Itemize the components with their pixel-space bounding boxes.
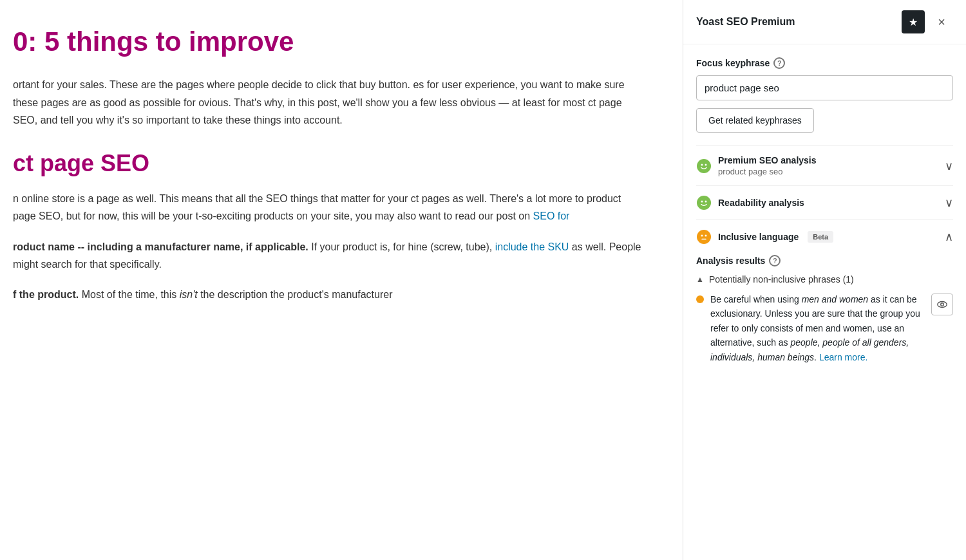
svg-point-6 — [697, 230, 711, 244]
readability-smiley-icon — [696, 195, 712, 210]
paragraph-4: f the product. Most of the time, this is… — [13, 286, 644, 303]
warning-text: Be careful when using men and women as i… — [710, 292, 925, 364]
premium-seo-section: Premium SEO analysis product page seo ∨ — [696, 145, 953, 185]
green-smiley-icon — [696, 158, 712, 174]
paragraph-2: n online store is a page as well. This m… — [13, 190, 644, 225]
inclusive-header-left: Inclusive language Beta — [696, 229, 833, 245]
eye-button[interactable] — [931, 294, 953, 315]
warning-text-before: Be careful when using — [710, 294, 802, 304]
premium-seo-header-left: Premium SEO analysis product page seo — [696, 155, 817, 176]
warning-italic-1: men and women — [802, 294, 869, 304]
warning-text-end: . — [814, 352, 817, 362]
readability-header-left: Readability analysis — [696, 195, 804, 210]
analysis-results-text: Analysis results — [696, 256, 765, 266]
inclusive-language-chevron: ∧ — [945, 230, 953, 244]
readability-smiley — [696, 195, 712, 210]
svg-point-3 — [697, 196, 711, 210]
analysis-results-help-icon[interactable]: ? — [769, 255, 781, 266]
sidebar-title: Yoast SEO Premium — [696, 16, 795, 28]
star-button[interactable]: ★ — [902, 10, 925, 33]
svg-point-4 — [701, 201, 703, 203]
focus-keyphrase-section: Focus keyphrase ? Get related keyphrases — [696, 57, 953, 133]
premium-seo-subtitle: product page seo — [718, 167, 817, 176]
svg-point-5 — [705, 201, 707, 203]
non-inclusive-chevron: ▲ — [696, 275, 704, 284]
svg-point-9 — [938, 302, 947, 308]
paragraph-4-start: f the product. — [13, 289, 79, 300]
orange-smiley-icon — [696, 229, 712, 245]
svg-point-2 — [705, 163, 707, 165]
focus-keyphrase-help-icon[interactable]: ? — [773, 57, 785, 69]
svg-point-0 — [697, 159, 711, 173]
get-related-keyphrases-button[interactable]: Get related keyphrases — [696, 108, 814, 133]
non-inclusive-label: Potentially non-inclusive phrases (1) — [709, 274, 854, 285]
inclusive-smiley — [696, 229, 712, 245]
svg-point-7 — [701, 235, 703, 237]
orange-dot-icon — [696, 295, 704, 303]
warning-item: Be careful when using men and women as i… — [696, 292, 953, 364]
readability-chevron: ∨ — [945, 196, 953, 210]
content-area: 0: 5 things to improve ortant for your s… — [0, 0, 683, 560]
readability-header[interactable]: Readability analysis ∨ — [696, 195, 953, 210]
inclusive-language-header[interactable]: Inclusive language Beta ∧ — [696, 229, 953, 245]
beta-badge: Beta — [808, 231, 833, 243]
paragraph-3-rest: If your product is, for hine (screw, tub… — [311, 241, 492, 252]
eye-icon — [936, 299, 948, 310]
focus-keyphrase-text: Focus keyphrase — [696, 58, 770, 68]
sub-heading: ct page SEO — [13, 149, 644, 177]
seo-for-link[interactable]: SEO for — [533, 210, 570, 221]
sidebar-header: Yoast SEO Premium ★ × — [683, 0, 966, 44]
analysis-results-label: Analysis results ? — [696, 255, 953, 266]
inclusive-language-section: Inclusive language Beta ∧ Analysis resul… — [696, 219, 953, 381]
close-button[interactable]: × — [930, 10, 953, 33]
paragraph-4-end: the description the product's manufactur… — [200, 289, 392, 300]
main-heading: 0: 5 things to improve — [13, 26, 644, 58]
star-icon: ★ — [909, 16, 918, 28]
premium-seo-title: Premium SEO analysis — [718, 155, 817, 165]
premium-seo-smiley — [696, 158, 712, 174]
premium-seo-title-group: Premium SEO analysis product page seo — [718, 155, 817, 176]
paragraph-3: roduct name -- including a manufacturer … — [13, 238, 644, 273]
inclusive-language-title: Inclusive language — [718, 232, 799, 242]
focus-keyphrase-label: Focus keyphrase ? — [696, 57, 953, 69]
include-sku-link[interactable]: include the SKU — [495, 241, 569, 252]
paragraph-3-bold: roduct name -- including a manufacturer … — [13, 241, 308, 252]
paragraph-4-rest: Most of the time, this — [82, 289, 177, 300]
premium-seo-chevron: ∨ — [945, 159, 953, 173]
premium-seo-header[interactable]: Premium SEO analysis product page seo ∨ — [696, 155, 953, 176]
paragraph-2-text: n online store is a page as well. This m… — [13, 193, 621, 221]
readability-section: Readability analysis ∨ — [696, 185, 953, 219]
non-inclusive-group: ▲ Potentially non-inclusive phrases (1) … — [696, 274, 953, 364]
readability-title: Readability analysis — [718, 198, 804, 208]
sidebar-header-icons: ★ × — [902, 10, 953, 33]
keyphrase-input[interactable] — [696, 75, 953, 100]
svg-point-10 — [941, 303, 944, 306]
non-inclusive-toggle[interactable]: ▲ Potentially non-inclusive phrases (1) — [696, 274, 953, 285]
close-icon: × — [938, 15, 945, 30]
svg-point-1 — [701, 163, 703, 165]
sidebar-body: Focus keyphrase ? Get related keyphrases — [683, 44, 966, 394]
yoast-sidebar: Yoast SEO Premium ★ × Focus keyphrase ? … — [683, 0, 966, 560]
paragraph-1: ortant for your sales. These are the pag… — [13, 76, 644, 129]
paragraph-4-italic: isn't — [180, 289, 198, 300]
svg-point-8 — [705, 235, 707, 237]
learn-more-link[interactable]: Learn more. — [819, 352, 867, 362]
